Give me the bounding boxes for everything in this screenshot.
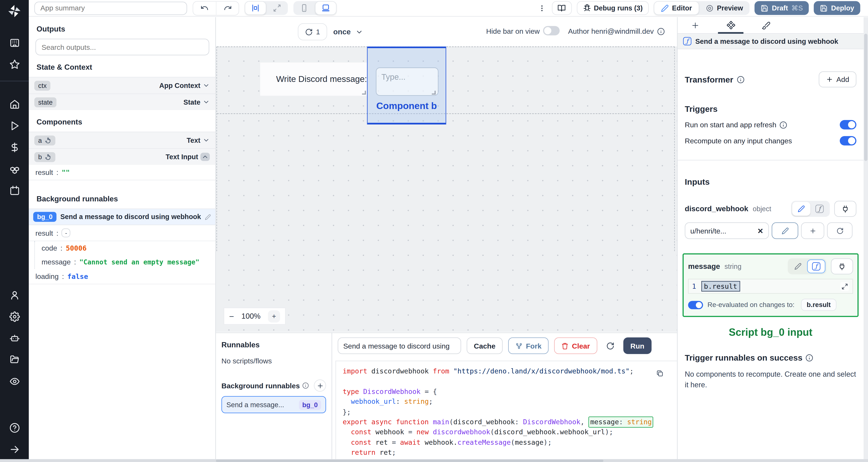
reeval-label: Re-evaluated on changes to:: [708, 301, 795, 309]
more-options-kebab-icon[interactable]: [537, 4, 547, 12]
tab-editor[interactable]: Editor: [654, 1, 699, 15]
eval-mode-fx-button[interactable]: ƒ: [807, 259, 826, 273]
resize-handle[interactable]: [432, 91, 436, 95]
fork-button[interactable]: Fork: [508, 337, 549, 354]
connect-plug-button[interactable]: [831, 258, 853, 274]
workspace-icon[interactable]: [9, 38, 20, 48]
reload-resource-button[interactable]: [827, 223, 852, 239]
outputs-panel: Outputs State & Context ctx App Context …: [29, 17, 216, 459]
vertical-scrollbar[interactable]: [864, 17, 868, 459]
run-button[interactable]: Run: [623, 337, 652, 354]
edit-resource-button[interactable]: [772, 223, 798, 239]
hide-bar-toggle[interactable]: [543, 26, 560, 35]
cache-button[interactable]: Cache: [467, 337, 503, 354]
search-outputs-input[interactable]: [35, 39, 209, 56]
script-name-input[interactable]: [338, 337, 461, 354]
debug-runs-button[interactable]: Debug runs (3): [577, 1, 649, 15]
expression-editor[interactable]: 1 b.result: [688, 279, 853, 294]
info-icon[interactable]: [657, 27, 665, 35]
zoom-in-button[interactable]: +: [268, 310, 280, 322]
clear-button[interactable]: Clear: [554, 337, 597, 354]
resource-picker-field[interactable]: u/henri/te... ✕: [685, 223, 769, 239]
clear-x-icon[interactable]: ✕: [757, 227, 763, 235]
component-a-row[interactable]: a Text: [29, 132, 215, 148]
code-editor[interactable]: import discordwebhook from "https://deno…: [336, 361, 677, 459]
expand-editor-icon[interactable]: [840, 282, 849, 291]
schedules-calendar-icon[interactable]: [9, 185, 20, 196]
desktop-view-button[interactable]: [315, 1, 337, 15]
variables-dollar-icon[interactable]: [9, 142, 20, 153]
bg0-runnable-card-selected[interactable]: Send a message... bg_0: [221, 396, 326, 413]
b-result-row[interactable]: result : "": [29, 165, 215, 180]
audit-eye-icon[interactable]: [9, 376, 20, 387]
bg0-output-row[interactable]: bg_0 Send a message to discord using web…: [29, 209, 215, 225]
docs-book-button[interactable]: [552, 1, 571, 15]
state-row[interactable]: state State: [29, 94, 215, 110]
ctx-row[interactable]: ctx App Context: [29, 77, 215, 94]
undo-button[interactable]: [193, 1, 216, 15]
horizontal-scrollbar[interactable]: [0, 459, 868, 462]
recompute-toggle[interactable]: [840, 136, 856, 145]
expand-canvas-button[interactable]: [266, 1, 288, 15]
help-icon[interactable]: [9, 423, 20, 433]
deploy-button[interactable]: Deploy: [814, 1, 860, 15]
scrollbar-thumb[interactable]: [864, 34, 868, 161]
windmill-logo-icon[interactable]: [8, 4, 21, 18]
transformer-label: Transformer: [685, 75, 733, 84]
text-input-field[interactable]: Type...: [376, 67, 438, 96]
draft-button[interactable]: Draft ⌘S: [755, 1, 809, 15]
add-resource-button[interactable]: [801, 223, 825, 239]
home-icon[interactable]: [9, 99, 20, 109]
text-component-a[interactable]: Write Discord message:: [260, 62, 367, 96]
copy-code-icon[interactable]: [656, 369, 664, 377]
scrollbar-thumb[interactable]: [216, 459, 603, 462]
message-input-type: string: [724, 262, 741, 270]
chevron-down-icon[interactable]: [203, 137, 210, 144]
resize-handle[interactable]: [362, 91, 366, 95]
zoom-out-button[interactable]: −: [229, 311, 234, 321]
eval-mode-fx-button[interactable]: ƒ: [810, 202, 829, 216]
reeval-dependency-badge[interactable]: b.result: [801, 299, 836, 311]
add-transformer-button[interactable]: Add: [818, 71, 856, 87]
run-on-start-toggle[interactable]: [840, 120, 856, 130]
connect-plug-button[interactable]: [834, 201, 856, 217]
user-icon[interactable]: [9, 290, 20, 300]
refresh-count-button[interactable]: 1: [298, 23, 327, 40]
plus-icon: [826, 76, 833, 83]
tab-insert-plus[interactable]: [678, 17, 713, 34]
add-background-runnable-button[interactable]: [314, 380, 326, 392]
refresh-mode-dropdown[interactable]: once: [333, 23, 363, 40]
favorites-star-icon[interactable]: [9, 59, 20, 70]
chevron-down-icon[interactable]: [203, 98, 210, 106]
plug-icon: [838, 262, 846, 270]
editor-preview-toggle: Editor Preview: [654, 1, 750, 15]
info-icon: [805, 354, 813, 362]
redo-button[interactable]: [216, 1, 239, 15]
chevron-down-icon[interactable]: [203, 82, 210, 89]
collapse-rail-arrow-icon[interactable]: [9, 444, 20, 454]
settings-gear-icon[interactable]: [9, 311, 20, 322]
app-summary-input[interactable]: [34, 1, 187, 15]
static-mode-pencil-button[interactable]: [789, 259, 807, 273]
bg0-result-row[interactable]: result : -: [29, 225, 215, 241]
mobile-view-button[interactable]: [293, 1, 315, 15]
runs-play-icon[interactable]: [9, 121, 20, 131]
edit-pencil-icon[interactable]: [205, 214, 211, 220]
static-mode-pencil-button[interactable]: [792, 202, 810, 216]
refresh-script-button[interactable]: [603, 337, 618, 354]
collapse-result-button[interactable]: -: [62, 229, 70, 237]
reeval-toggle[interactable]: [688, 301, 703, 309]
workers-robot-icon[interactable]: [9, 333, 20, 343]
chevron-up-icon[interactable]: [200, 153, 210, 161]
component-b-row[interactable]: b Text Input: [29, 148, 215, 165]
app-canvas[interactable]: Write Discord message: Type... Component…: [216, 46, 677, 332]
folders-icon[interactable]: [9, 355, 20, 365]
align-center-button[interactable]: [245, 1, 266, 15]
tab-preview[interactable]: Preview: [699, 1, 750, 15]
resources-boxes-icon[interactable]: [9, 164, 20, 174]
tab-styling-brush[interactable]: [748, 17, 784, 34]
tab-settings-component[interactable]: [713, 17, 748, 34]
components-title: Components: [37, 118, 208, 126]
textinput-component-b-selected[interactable]: Type...: [367, 46, 446, 124]
result-key: result: [35, 168, 53, 176]
